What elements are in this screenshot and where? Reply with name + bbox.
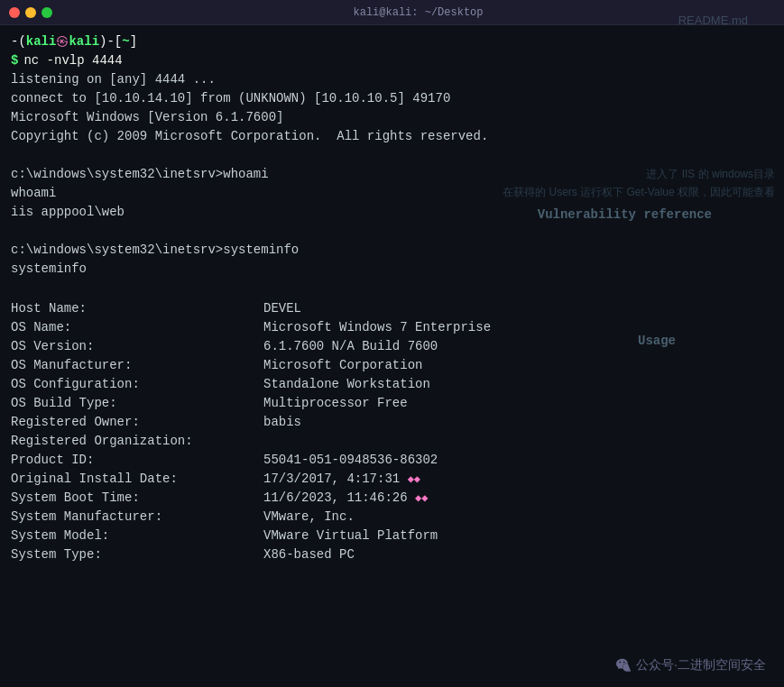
installdate-label: Original Install Date: (11, 470, 263, 489)
sysinfo-osname: OS Name: Microsoft Windows 7 Enterprise (11, 318, 773, 337)
prompt-separator: ㉿ (56, 32, 69, 51)
maximize-button[interactable] (42, 7, 52, 18)
sysmanufacturer-label: System Manufacturer: (11, 508, 263, 527)
sysinfo-productid: Product ID: 55041-051-0948536-86302 (11, 451, 773, 470)
command-1-text: nc -nvlp 4444 (23, 51, 122, 70)
shell-prompt-2: c:\windows\system32\inetsrv>systeminfo (11, 241, 773, 260)
sysmanufacturer-value: VMware, Inc. (263, 508, 355, 527)
osversion-label: OS Version: (11, 337, 263, 356)
sysinfo-osconfig: OS Configuration: Standalone Workstation (11, 375, 773, 394)
blank-line-3 (11, 279, 773, 298)
hostname-value: DEVEL (263, 299, 301, 318)
window-controls (9, 7, 52, 18)
output-connect: connect to [10.10.14.10] from (UNKNOWN) … (11, 89, 773, 108)
boottime-value: 11/6/2023, 11:46:26 ◆◆ (263, 489, 429, 508)
sysinfo-sysmanufacturer: System Manufacturer: VMware, Inc. (11, 508, 773, 527)
sysinfo-regorg: Registered Organization: (11, 432, 773, 451)
sysinfo-sysmodel: System Model: VMware Virtual Platform (11, 527, 773, 545)
bracket-close: )-[ (99, 32, 122, 51)
bracket-open: -( (11, 32, 26, 51)
command-line-1: $ nc -nvlp 4444 (11, 51, 773, 70)
prompt-line-1: -(kali㉿kali)-[~] (11, 32, 773, 51)
wechat-icon (616, 657, 632, 673)
systeminfo-output: systeminfo (11, 260, 773, 279)
systype-label: System Type: (11, 545, 263, 564)
terminal-titlebar: kali@kali: ~/Desktop (0, 0, 784, 25)
productid-label: Product ID: (11, 451, 263, 470)
systype-value: X86-based PC (263, 545, 355, 564)
osversion-value: 6.1.7600 N/A Build 7600 (263, 337, 438, 356)
diamond-icon-2: ◆◆ (415, 492, 428, 505)
sysinfo-hostname: Host Name: DEVEL (11, 299, 773, 318)
regowner-value: babis (263, 413, 301, 432)
productid-value: 55041-051-0948536-86302 (263, 451, 438, 470)
osname-value: Microsoft Windows 7 Enterprise (263, 318, 491, 337)
prompt-path: ~ (122, 32, 129, 51)
bottom-watermark: 公众号·二进制空间安全 (616, 657, 766, 673)
output-windows-version: Microsoft Windows [Version 6.1.7600] (11, 108, 773, 127)
osbuild-label: OS Build Type: (11, 394, 263, 413)
sysinfo-osbuild: OS Build Type: Multiprocessor Free (11, 394, 773, 413)
boottime-label: System Boot Time: (11, 489, 263, 508)
diamond-icon-1: ◆◆ (408, 473, 420, 486)
terminal-window: kali@kali: ~/Desktop -(kali㉿kali)-[~] $ … (0, 0, 784, 687)
osconfig-value: Standalone Workstation (263, 375, 430, 394)
blank-line-2 (11, 222, 773, 241)
close-button[interactable] (9, 7, 20, 18)
osmanufacturer-value: Microsoft Corporation (263, 356, 422, 375)
watermark-text: 公众号·二进制空间安全 (636, 657, 766, 673)
sysmodel-value: VMware Virtual Platform (263, 527, 438, 545)
whoami-result: iis apppool\web (11, 203, 773, 222)
sysinfo-installdate: Original Install Date: 17/3/2017, 4:17:3… (11, 470, 773, 489)
prompt-user: kali (26, 32, 57, 51)
osbuild-value: Multiprocessor Free (263, 394, 408, 413)
shell-prompt-1: c:\windows\system32\inetsrv>whoami (11, 165, 773, 184)
bracket-close2: ] (130, 32, 137, 51)
regowner-label: Registered Owner: (11, 413, 263, 432)
prompt-symbol: $ (11, 51, 18, 70)
terminal-content: -(kali㉿kali)-[~] $ nc -nvlp 4444 listeni… (0, 25, 784, 572)
sysinfo-osversion: OS Version: 6.1.7600 N/A Build 7600 (11, 337, 773, 356)
terminal-title: kali@kali: ~/Desktop (61, 6, 775, 19)
output-copyright: Copyright (c) 2009 Microsoft Corporation… (11, 127, 773, 146)
blank-line-1 (11, 146, 773, 165)
sysinfo-osmanufacturer: OS Manufacturer: Microsoft Corporation (11, 356, 773, 375)
output-listening: listening on [any] 4444 ... (11, 70, 773, 89)
osmanufacturer-label: OS Manufacturer: (11, 356, 263, 375)
prompt-host: kali (69, 32, 99, 51)
sysinfo-systype: System Type: X86-based PC (11, 545, 773, 564)
sysmodel-label: System Model: (11, 527, 263, 545)
installdate-value: 17/3/2017, 4:17:31 ◆◆ (263, 470, 420, 489)
whoami-output: whoami (11, 184, 773, 203)
osconfig-label: OS Configuration: (11, 375, 263, 394)
osname-label: OS Name: (11, 318, 263, 337)
sysinfo-boottime: System Boot Time: 11/6/2023, 11:46:26 ◆◆ (11, 489, 773, 508)
hostname-label: Host Name: (11, 299, 263, 318)
regorg-label: Registered Organization: (11, 432, 263, 451)
sysinfo-regowner: Registered Owner: babis (11, 413, 773, 432)
sysinfo-table: Host Name: DEVEL OS Name: Microsoft Wind… (11, 299, 773, 564)
minimize-button[interactable] (25, 7, 36, 18)
